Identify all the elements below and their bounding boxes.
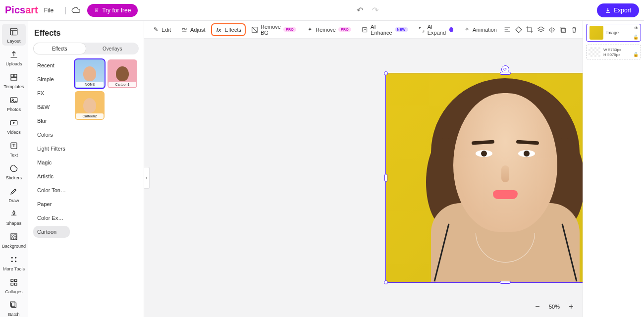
svg-rect-16 bbox=[15, 283, 17, 286]
effect-category-recent[interactable]: Recent bbox=[33, 59, 70, 71]
ctx-ai-expand[interactable]: AI Expand bbox=[414, 21, 457, 38]
effect-thumb-label: Cartoon1 bbox=[108, 82, 136, 87]
effect-category-color-expos-[interactable]: Color Expos... bbox=[33, 212, 70, 224]
nav-shapes[interactable]: Shapes bbox=[2, 206, 26, 228]
photos-icon bbox=[9, 95, 19, 105]
nav-layout[interactable]: Layout bbox=[2, 24, 26, 46]
effect-thumb-label: NONE bbox=[76, 82, 104, 87]
ctx-adjust[interactable]: Adjust bbox=[177, 24, 210, 36]
ctx-crop[interactable] bbox=[525, 23, 534, 36]
layer-thumbnail bbox=[590, 26, 603, 40]
canvas[interactable]: ‹ › ⟳ bbox=[144, 39, 583, 317]
svg-point-11 bbox=[11, 261, 13, 262]
ctx-duplicate[interactable] bbox=[558, 23, 567, 36]
effect-thumb-cartoon2[interactable]: Cartoon2 bbox=[75, 91, 105, 120]
tab-overlays[interactable]: Overlays bbox=[86, 43, 139, 54]
svg-rect-18 bbox=[10, 302, 15, 306]
nav-templates-label: Templates bbox=[3, 84, 24, 89]
edit-icon: ✎ bbox=[152, 26, 159, 33]
zoom-controls: − 50% + bbox=[533, 302, 576, 311]
ctx-align[interactable] bbox=[503, 23, 512, 36]
ctx-effects[interactable]: fxEffects bbox=[212, 24, 245, 36]
dot-badge bbox=[449, 27, 453, 32]
nav-videos[interactable]: Videos bbox=[2, 115, 26, 137]
tab-effects[interactable]: Effects bbox=[33, 43, 86, 54]
nav-photos[interactable]: Photos bbox=[2, 92, 26, 114]
brand-logo[interactable]: Picsart bbox=[5, 4, 38, 16]
layer-image[interactable]: Image 👁 🔓 bbox=[586, 24, 641, 42]
zoom-in-button[interactable]: + bbox=[567, 302, 576, 311]
visibility-icon[interactable]: 👁 bbox=[634, 26, 639, 31]
nav-collages[interactable]: Collages bbox=[2, 274, 26, 296]
text-icon bbox=[9, 141, 19, 151]
new-badge: NEW bbox=[395, 27, 408, 32]
zoom-out-button[interactable]: − bbox=[533, 302, 542, 311]
nav-batch[interactable]: Batch bbox=[2, 297, 26, 317]
nav-background[interactable]: Background bbox=[2, 229, 26, 251]
svg-rect-3 bbox=[11, 78, 17, 80]
svg-rect-1 bbox=[11, 74, 13, 77]
effect-category-paper[interactable]: Paper bbox=[33, 198, 70, 210]
selected-image[interactable]: ⟳ bbox=[385, 73, 583, 283]
nav-draw[interactable]: Draw bbox=[2, 183, 26, 205]
redo-button[interactable]: ↷ bbox=[372, 5, 378, 15]
batch-icon bbox=[9, 300, 19, 310]
effect-thumb-cartoon1[interactable]: Cartoon1 bbox=[107, 59, 137, 88]
ctx-adjust-label: Adjust bbox=[190, 27, 206, 33]
nav-text[interactable]: Text bbox=[2, 138, 26, 159]
ctx-ai-enhance[interactable]: AI EnhanceNEW bbox=[357, 21, 412, 38]
ctx-layers[interactable] bbox=[536, 23, 545, 36]
cloud-sync-icon[interactable] bbox=[71, 7, 80, 14]
nav-stickers[interactable]: Stickers bbox=[2, 160, 26, 182]
resize-handle-tl[interactable] bbox=[384, 71, 388, 75]
resize-handle-t[interactable] bbox=[500, 72, 511, 75]
effect-category-blur[interactable]: Blur bbox=[33, 115, 70, 127]
stickers-icon bbox=[9, 163, 19, 173]
layer-background[interactable]: W 5760px H 5075px 🔒 bbox=[586, 45, 641, 59]
collapse-left-panel[interactable]: ‹ bbox=[144, 167, 150, 189]
svg-rect-17 bbox=[12, 303, 16, 308]
effect-category-cartoon[interactable]: Cartoon bbox=[33, 226, 70, 238]
effect-category-artistic[interactable]: Artistic bbox=[33, 170, 70, 182]
export-label: Export bbox=[614, 7, 631, 14]
remove-icon: ✦ bbox=[306, 26, 313, 33]
lock-icon[interactable]: 🔒 bbox=[633, 52, 639, 57]
upload-icon bbox=[9, 50, 19, 59]
nav-uploads[interactable]: Uploads bbox=[2, 47, 26, 68]
effect-thumb-none[interactable]: NONE bbox=[75, 59, 105, 88]
resize-handle-bl[interactable] bbox=[384, 280, 388, 284]
effect-category-color-toning[interactable]: Color Toning bbox=[33, 184, 70, 196]
ctx-animation[interactable]: ✧Animation bbox=[459, 24, 501, 36]
effect-category-light-filters[interactable]: Light Filters bbox=[33, 143, 70, 155]
nav-more-tools[interactable]: More Tools bbox=[2, 252, 26, 273]
ctx-delete[interactable] bbox=[570, 23, 579, 36]
undo-button[interactable]: ↶ bbox=[357, 5, 363, 15]
nav-stickers-label: Stickers bbox=[6, 175, 22, 180]
ctx-edit[interactable]: ✎Edit bbox=[148, 24, 175, 36]
effect-category-colors[interactable]: Colors bbox=[33, 129, 70, 141]
resize-handle-b[interactable] bbox=[500, 281, 511, 284]
effect-category-fx[interactable]: FX bbox=[33, 87, 70, 99]
effect-category-b-w[interactable]: B&W bbox=[33, 101, 70, 113]
resize-handle-l[interactable] bbox=[384, 174, 387, 182]
export-button[interactable]: Export bbox=[597, 3, 639, 17]
svg-rect-15 bbox=[11, 283, 13, 286]
ctx-remove-bg[interactable]: Remove BGPRO bbox=[247, 21, 300, 38]
ctx-flip[interactable] bbox=[547, 23, 556, 36]
ctx-tag[interactable] bbox=[514, 23, 523, 36]
nav-text-label: Text bbox=[10, 153, 18, 158]
effect-category-magic[interactable]: Magic bbox=[33, 157, 70, 168]
nav-templates[interactable]: Templates bbox=[2, 69, 26, 91]
more-tools-icon bbox=[9, 255, 19, 264]
try-for-free-button[interactable]: ♕ Try for free bbox=[87, 4, 138, 17]
collages-icon bbox=[9, 277, 19, 287]
history-controls: ↶ ↷ bbox=[138, 5, 597, 15]
ctx-effects-label: Effects bbox=[225, 27, 241, 33]
layout-icon bbox=[9, 27, 19, 37]
effects-overlays-tabs: Effects Overlays bbox=[33, 43, 139, 54]
ctx-remove[interactable]: ✦RemovePRO bbox=[302, 24, 355, 36]
lock-icon[interactable]: 🔓 bbox=[633, 35, 639, 40]
svg-rect-21 bbox=[562, 28, 566, 32]
file-menu[interactable]: File bbox=[44, 7, 54, 14]
effect-category-simple[interactable]: Simple bbox=[33, 73, 70, 85]
